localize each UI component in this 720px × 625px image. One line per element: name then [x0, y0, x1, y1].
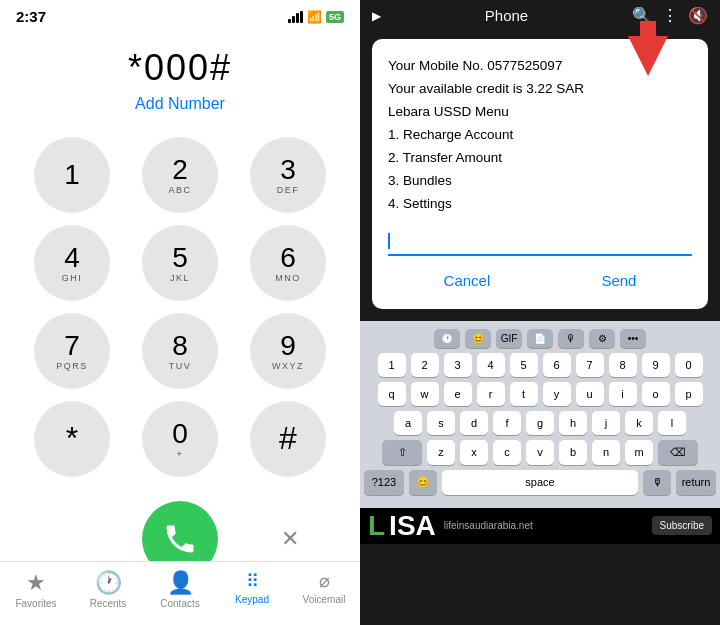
key-2[interactable]: 2ABC [142, 137, 218, 213]
phone-icon [162, 521, 198, 557]
voicemail-icon: ⌀ [319, 570, 330, 592]
delete-button[interactable]: ✕ [266, 515, 314, 563]
key-o[interactable]: o [642, 382, 670, 406]
key-hash[interactable]: # [250, 401, 326, 477]
key-return[interactable]: return [676, 470, 716, 495]
key-v[interactable]: v [526, 440, 554, 465]
key-m[interactable]: m [625, 440, 653, 465]
key-g[interactable]: g [526, 411, 554, 435]
key-mic[interactable]: 🎙 [558, 329, 584, 348]
keyboard-qwerty-row: q w e r t y u i o p [364, 382, 716, 406]
key-num-9[interactable]: 9 [642, 353, 670, 377]
dialer-panel: 2:37 📶 5G *000# Add Number 1 2ABC 3DEF 4… [0, 0, 360, 625]
key-num-1[interactable]: 1 [378, 353, 406, 377]
tab-favorites[interactable]: ★ Favorites [6, 570, 66, 609]
key-num-8[interactable]: 8 [609, 353, 637, 377]
phone-app-title: Phone [485, 7, 528, 24]
add-number-link[interactable]: Add Number [135, 95, 225, 113]
key-p[interactable]: p [675, 382, 703, 406]
key-t[interactable]: t [510, 382, 538, 406]
keypad-icon: ⠿ [246, 570, 259, 592]
key-dots[interactable]: ••• [620, 329, 646, 348]
play-icon: ▶ [372, 9, 381, 23]
key-r[interactable]: r [477, 382, 505, 406]
key-backspace[interactable]: ⌫ [658, 440, 698, 465]
key-num-0[interactable]: 0 [675, 353, 703, 377]
keyboard-zxcv-row: ⇧ z x c v b n m ⌫ [364, 440, 716, 465]
key-num-6[interactable]: 6 [543, 353, 571, 377]
key-w[interactable]: w [411, 382, 439, 406]
key-4[interactable]: 4GHI [34, 225, 110, 301]
key-k[interactable]: k [625, 411, 653, 435]
key-u[interactable]: u [576, 382, 604, 406]
key-num-4[interactable]: 4 [477, 353, 505, 377]
key-j[interactable]: j [592, 411, 620, 435]
key-emoji-gif[interactable]: GIF [496, 329, 522, 348]
key-l[interactable]: l [658, 411, 686, 435]
key-s[interactable]: s [427, 411, 455, 435]
status-time: 2:37 [16, 8, 46, 25]
keyboard-bottom-row: ?123 😊 space 🎙 return [364, 470, 716, 495]
key-f[interactable]: f [493, 411, 521, 435]
key-h[interactable]: h [559, 411, 587, 435]
key-7[interactable]: 7PQRS [34, 313, 110, 389]
key-mic-bottom[interactable]: 🎙 [643, 470, 671, 495]
status-icons: 📶 5G [288, 10, 344, 24]
key-gear[interactable]: ⚙ [589, 329, 615, 348]
key-e[interactable]: e [444, 382, 472, 406]
key-n[interactable]: n [592, 440, 620, 465]
keyboard-special-row: 🕐 😊 GIF 📄 🎙 ⚙ ••• [364, 329, 716, 348]
key-1[interactable]: 1 [34, 137, 110, 213]
key-emoji-time[interactable]: 🕐 [434, 329, 460, 348]
key-num-7[interactable]: 7 [576, 353, 604, 377]
key-d[interactable]: d [460, 411, 488, 435]
key-6[interactable]: 6MNO [250, 225, 326, 301]
key-q[interactable]: q [378, 382, 406, 406]
tab-recents[interactable]: 🕐 Recents [78, 570, 138, 609]
tab-recents-label: Recents [90, 598, 127, 609]
tab-contacts[interactable]: 👤 Contacts [150, 570, 210, 609]
key-b[interactable]: b [559, 440, 587, 465]
key-shift[interactable]: ⇧ [382, 440, 422, 465]
tab-keypad[interactable]: ⠿ Keypad [222, 570, 282, 609]
key-a[interactable]: a [394, 411, 422, 435]
key-c[interactable]: c [493, 440, 521, 465]
volume-off-icon[interactable]: 🔇 [688, 6, 708, 25]
key-emoji-smile[interactable]: 😊 [465, 329, 491, 348]
key-5[interactable]: 5JKL [142, 225, 218, 301]
tab-voicemail-label: Voicemail [303, 594, 346, 605]
key-num-5[interactable]: 5 [510, 353, 538, 377]
key-star[interactable]: * [34, 401, 110, 477]
key-x[interactable]: x [460, 440, 488, 465]
key-3[interactable]: 3DEF [250, 137, 326, 213]
contacts-icon: 👤 [167, 570, 194, 596]
watermark-bar: L ISA lifeinsaudiarabia.net Subscribe [360, 508, 720, 544]
ussd-input[interactable] [388, 228, 692, 256]
key-num-3[interactable]: 3 [444, 353, 472, 377]
tab-voicemail[interactable]: ⌀ Voicemail [294, 570, 354, 609]
red-arrow [618, 21, 678, 80]
key-i[interactable]: i [609, 382, 637, 406]
ussd-action-buttons: Cancel Send [388, 268, 692, 293]
key-0[interactable]: 0+ [142, 401, 218, 477]
key-space[interactable]: space [442, 470, 638, 495]
key-emoji[interactable]: 😊 [409, 470, 437, 495]
key-symbols[interactable]: ?123 [364, 470, 404, 495]
ussd-dialog: Your Mobile No. 0577525097 Your availabl… [372, 39, 708, 309]
subscribe-button[interactable]: Subscribe [652, 516, 712, 535]
key-y[interactable]: y [543, 382, 571, 406]
key-9[interactable]: 9WXYZ [250, 313, 326, 389]
watermark-url: lifeinsaudiarabia.net [444, 520, 533, 531]
watermark-L: L [368, 512, 385, 540]
svg-marker-0 [628, 21, 668, 76]
key-emoji-doc[interactable]: 📄 [527, 329, 553, 348]
key-8[interactable]: 8TUV [142, 313, 218, 389]
keyboard-number-row: 1 2 3 4 5 6 7 8 9 0 [364, 353, 716, 377]
keyboard-asdf-row: a s d f g h j k l [364, 411, 716, 435]
key-z[interactable]: z [427, 440, 455, 465]
cancel-button[interactable]: Cancel [428, 268, 507, 293]
send-button[interactable]: Send [585, 268, 652, 293]
dialer-display: *000# [128, 47, 232, 89]
key-num-2[interactable]: 2 [411, 353, 439, 377]
battery-icon: 5G [326, 11, 344, 23]
